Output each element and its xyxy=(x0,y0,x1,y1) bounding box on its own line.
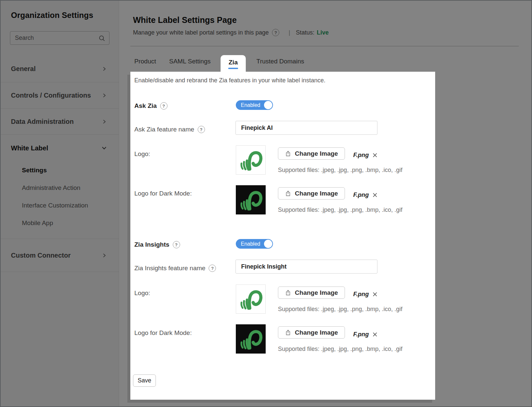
help-icon[interactable]: ? xyxy=(173,241,180,248)
finepick-logo-dark xyxy=(239,327,263,351)
remove-file-icon[interactable] xyxy=(372,153,377,158)
supported-files-text: Supported files: .jpeg, .jpg, .png, .bmp… xyxy=(278,206,402,213)
zia-insights-label-row: Zia Insights ? xyxy=(134,240,180,250)
upload-icon xyxy=(285,289,291,296)
file-name: F.png xyxy=(353,291,369,298)
zia-insights-feature-name-input[interactable] xyxy=(235,260,377,274)
file-name: F.png xyxy=(353,152,369,159)
supported-files-text: Supported files: .jpeg, .jpg, .png, .bmp… xyxy=(278,346,402,353)
zia-tab-panel: Enable/disable and rebrand the Zia featu… xyxy=(130,72,435,400)
zia-insights-dark-logo-change-image-button[interactable]: Change Image xyxy=(278,326,345,339)
zia-panel-description: Enable/disable and rebrand the Zia featu… xyxy=(134,77,325,84)
finepick-logo xyxy=(239,148,263,172)
file-name: F.png xyxy=(353,192,369,199)
finepick-logo xyxy=(239,287,263,311)
toggle-knob xyxy=(264,240,272,248)
toggle-knob xyxy=(264,101,272,109)
ask-zia-toggle[interactable]: Enabled xyxy=(236,100,273,110)
tab-zia-label: Zia xyxy=(229,59,237,66)
help-icon[interactable]: ? xyxy=(160,102,167,110)
upload-icon xyxy=(285,150,291,157)
remove-file-icon[interactable] xyxy=(372,193,377,198)
ask-zia-dark-logo-preview xyxy=(236,185,266,214)
ask-zia-feature-name-label-row: Ask Zia feature name ? xyxy=(134,124,205,134)
save-button[interactable]: Save xyxy=(133,374,156,387)
finepick-logo-dark xyxy=(239,188,263,212)
change-image-label: Change Image xyxy=(295,289,338,296)
zia-insights-dark-logo-label: Logo for Dark Mode: xyxy=(134,328,192,338)
zia-insights-dark-logo-preview xyxy=(236,324,266,354)
upload-icon xyxy=(285,329,291,336)
supported-files-text: Supported files: .jpeg, .jpg, .png, .bmp… xyxy=(278,306,402,313)
upload-icon xyxy=(285,190,291,197)
zia-insights-logo-change-image-button[interactable]: Change Image xyxy=(278,286,345,299)
ask-zia-label-row: Ask Zia ? xyxy=(134,101,167,111)
zia-insights-logo-file-chip: F.png xyxy=(353,291,377,298)
zia-insights-label: Zia Insights xyxy=(134,241,169,248)
toggle-label: Enabled xyxy=(241,102,260,108)
remove-file-icon[interactable] xyxy=(372,332,377,337)
ask-zia-logo-change-image-button[interactable]: Change Image xyxy=(278,147,345,160)
ask-zia-feature-name-label: Ask Zia feature name xyxy=(134,126,194,133)
change-image-label: Change Image xyxy=(295,150,338,157)
zia-insights-logo-preview xyxy=(236,285,266,314)
help-icon[interactable]: ? xyxy=(209,265,216,272)
ask-zia-logo-label: Logo: xyxy=(134,149,150,159)
white-label-settings-screen: Organization Settings General Controls /… xyxy=(0,0,532,407)
ask-zia-label: Ask Zia xyxy=(134,102,157,110)
ask-zia-logo-preview xyxy=(236,145,266,175)
ask-zia-dark-logo-label: Logo for Dark Mode: xyxy=(134,189,192,199)
zia-insights-feature-name-label-row: Zia Insights feature name ? xyxy=(134,263,216,273)
change-image-label: Change Image xyxy=(295,329,338,336)
ask-zia-logo-file-chip: F.png xyxy=(353,152,377,159)
help-icon[interactable]: ? xyxy=(198,126,205,133)
change-image-label: Change Image xyxy=(295,190,338,197)
toggle-label: Enabled xyxy=(241,241,260,247)
file-name: F.png xyxy=(353,331,369,338)
zia-insights-feature-name-label: Zia Insights feature name xyxy=(134,265,205,272)
ask-zia-dark-logo-change-image-button[interactable]: Change Image xyxy=(278,187,345,200)
supported-files-text: Supported files: .jpeg, .jpg, .png, .bmp… xyxy=(278,167,402,174)
ask-zia-feature-name-input[interactable] xyxy=(235,121,377,135)
zia-insights-logo-label: Logo: xyxy=(134,288,150,298)
zia-insights-toggle[interactable]: Enabled xyxy=(236,239,273,249)
zia-insights-dark-logo-file-chip: F.png xyxy=(353,331,377,338)
active-tab-indicator xyxy=(228,68,238,69)
ask-zia-dark-logo-file-chip: F.png xyxy=(353,192,377,199)
tab-zia[interactable]: Zia xyxy=(221,55,246,72)
remove-file-icon[interactable] xyxy=(372,292,377,297)
